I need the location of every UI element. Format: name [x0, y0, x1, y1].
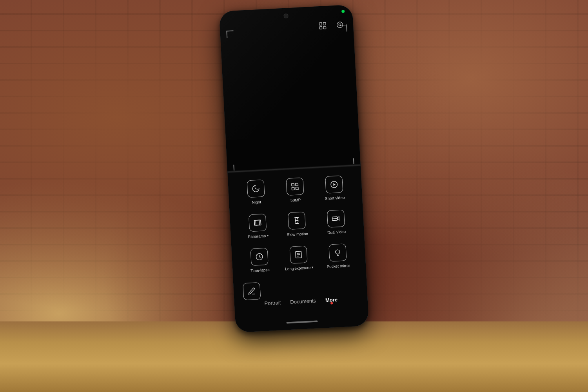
slow-motion-icon-box — [288, 212, 306, 230]
long-exposure-label: Long exposure ▾ — [285, 265, 314, 272]
mode-long-exposure[interactable]: Long exposure ▾ — [278, 240, 319, 276]
phone-wrapper: Night 50MP — [219, 5, 369, 333]
svg-rect-15 — [256, 220, 260, 225]
green-indicator-dot — [341, 10, 345, 13]
svg-point-4 — [337, 22, 343, 28]
svg-point-26 — [336, 250, 340, 254]
long-exposure-download-arrow: ▾ — [311, 265, 314, 270]
svg-marker-11 — [333, 183, 336, 186]
panorama-label: Panorama ▾ — [248, 233, 269, 240]
svg-line-13 — [254, 220, 255, 225]
svg-rect-3 — [323, 26, 326, 29]
svg-point-5 — [339, 24, 341, 26]
svg-rect-7 — [296, 183, 298, 186]
mode-slow-motion[interactable]: Slow motion — [276, 206, 317, 242]
viewfinder-brackets — [226, 24, 354, 172]
svg-rect-18 — [295, 223, 299, 224]
wood-surface — [0, 321, 588, 392]
panorama-icon-box — [249, 214, 267, 232]
tab-documents[interactable]: Documents — [290, 298, 316, 305]
tab-more[interactable]: More — [325, 297, 338, 303]
svg-line-14 — [261, 220, 261, 225]
phone-device: Night 50MP — [219, 5, 369, 333]
settings-icon[interactable] — [334, 19, 345, 31]
mode-dual-video[interactable]: Dual video — [316, 204, 356, 240]
camera-modes-grid: Night 50MP — [227, 165, 366, 279]
pocket-mirror-label: Pocket mirror — [327, 263, 350, 269]
svg-rect-9 — [296, 187, 298, 190]
svg-rect-17 — [295, 217, 298, 218]
tab-portrait[interactable]: Portrait — [264, 299, 281, 306]
mode-50mp[interactable]: 50MP — [275, 172, 316, 208]
night-icon-box — [247, 180, 265, 198]
dual-video-label: Dual video — [327, 229, 346, 235]
mode-panorama[interactable]: Panorama ▾ — [237, 208, 278, 244]
50mp-label: 50MP — [290, 197, 301, 203]
time-lapse-icon-box — [250, 248, 269, 266]
mode-night[interactable]: Night — [236, 174, 276, 211]
dual-video-icon-box — [327, 209, 345, 227]
svg-line-20 — [332, 218, 338, 219]
mode-time-lapse[interactable]: Time-lapse — [239, 242, 280, 278]
long-exposure-icon-box — [289, 246, 307, 264]
pocket-mirror-icon-box — [328, 243, 347, 261]
time-lapse-label: Time-lapse — [250, 267, 270, 274]
phone-top-half — [219, 5, 361, 172]
svg-rect-6 — [292, 183, 294, 186]
svg-rect-1 — [323, 22, 326, 25]
slow-motion-label: Slow motion — [287, 231, 308, 237]
short-video-icon-box — [325, 176, 343, 194]
50mp-icon-box — [286, 178, 304, 196]
mode-short-video[interactable]: Short video — [314, 170, 355, 206]
phone-bottom-half: Night 50MP — [227, 165, 369, 332]
svg-rect-0 — [319, 23, 322, 25]
panorama-download-arrow: ▾ — [267, 233, 269, 238]
svg-rect-12 — [254, 220, 261, 225]
short-video-label: Short video — [325, 195, 345, 201]
svg-rect-2 — [319, 27, 322, 29]
mode-pocket-mirror[interactable]: Pocket mirror — [318, 238, 358, 274]
home-indicator — [286, 320, 318, 323]
svg-rect-8 — [292, 187, 294, 190]
night-label: Night — [252, 200, 261, 205]
grid-icon[interactable] — [317, 20, 328, 31]
